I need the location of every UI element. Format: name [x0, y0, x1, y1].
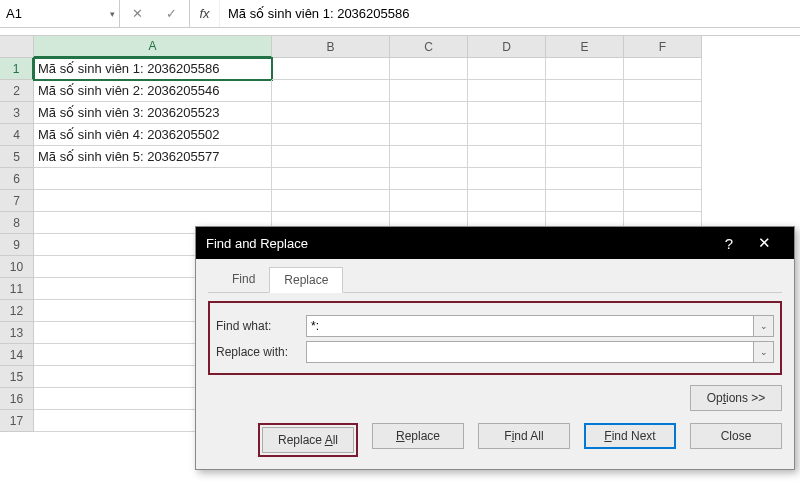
cell-E4[interactable]	[546, 124, 624, 146]
dialog-tabs: Find Replace	[208, 267, 782, 293]
row-header-6[interactable]: 6	[0, 168, 34, 190]
row-header-3[interactable]: 3	[0, 102, 34, 124]
cell-E6[interactable]	[546, 168, 624, 190]
cell-D6[interactable]	[468, 168, 546, 190]
cell-F5[interactable]	[624, 146, 702, 168]
cell-E7[interactable]	[546, 190, 624, 212]
cell-D1[interactable]	[468, 58, 546, 80]
fx-icon[interactable]: fx	[190, 0, 220, 27]
cell-E2[interactable]	[546, 80, 624, 102]
find-next-button[interactable]: Find Next	[584, 423, 676, 449]
tab-replace[interactable]: Replace	[269, 267, 343, 293]
cell-D5[interactable]	[468, 146, 546, 168]
formula-bar-buttons: ✕ ✓	[120, 0, 190, 27]
cell-B3[interactable]	[272, 102, 390, 124]
replace-button[interactable]: Replace	[372, 423, 464, 449]
tab-find[interactable]: Find	[218, 267, 269, 292]
replace-with-input[interactable]	[306, 341, 754, 363]
find-replace-dialog: Find and Replace ? ✕ Find Replace Find w…	[195, 226, 795, 470]
cell-B1[interactable]	[272, 58, 390, 80]
row-header-14[interactable]: 14	[0, 344, 34, 366]
cell-A7[interactable]	[34, 190, 272, 212]
cell-A4[interactable]: Mã số sinh viên 4: 2036205502	[34, 124, 272, 146]
row-header-8[interactable]: 8	[0, 212, 34, 234]
row-header-7[interactable]: 7	[0, 190, 34, 212]
row-header-10[interactable]: 10	[0, 256, 34, 278]
row-header-15[interactable]: 15	[0, 366, 34, 388]
cell-B2[interactable]	[272, 80, 390, 102]
find-replace-fields: Find what: ⌄ Replace with: ⌄	[208, 301, 782, 375]
cell-A2[interactable]: Mã số sinh viên 2: 2036205546	[34, 80, 272, 102]
cell-C1[interactable]	[390, 58, 468, 80]
cell-B5[interactable]	[272, 146, 390, 168]
row-header-9[interactable]: 9	[0, 234, 34, 256]
name-box[interactable]: A1 ▾	[0, 0, 120, 27]
row-header-11[interactable]: 11	[0, 278, 34, 300]
select-all-corner[interactable]	[0, 36, 34, 58]
cell-F2[interactable]	[624, 80, 702, 102]
cell-B7[interactable]	[272, 190, 390, 212]
cell-F7[interactable]	[624, 190, 702, 212]
formula-bar: A1 ▾ ✕ ✓ fx Mã số sinh viên 1: 203620558…	[0, 0, 800, 28]
row-headers: 1234567891011121314151617	[0, 58, 34, 432]
cell-C4[interactable]	[390, 124, 468, 146]
col-header-D[interactable]: D	[468, 36, 546, 58]
cell-B6[interactable]	[272, 168, 390, 190]
cell-E3[interactable]	[546, 102, 624, 124]
col-header-C[interactable]: C	[390, 36, 468, 58]
cell-F3[interactable]	[624, 102, 702, 124]
cell-D4[interactable]	[468, 124, 546, 146]
cell-D7[interactable]	[468, 190, 546, 212]
dialog-titlebar[interactable]: Find and Replace ? ✕	[196, 227, 794, 259]
replace-all-highlight: Replace All	[258, 423, 358, 457]
cell-F6[interactable]	[624, 168, 702, 190]
cell-D3[interactable]	[468, 102, 546, 124]
find-all-button[interactable]: Find All	[478, 423, 570, 449]
row-header-16[interactable]: 16	[0, 388, 34, 410]
row-header-5[interactable]: 5	[0, 146, 34, 168]
row-header-1[interactable]: 1	[0, 58, 34, 80]
formula-value: Mã số sinh viên 1: 2036205586	[228, 6, 409, 21]
row-header-13[interactable]: 13	[0, 322, 34, 344]
cell-E5[interactable]	[546, 146, 624, 168]
cell-A3[interactable]: Mã số sinh viên 3: 2036205523	[34, 102, 272, 124]
cancel-icon[interactable]: ✕	[132, 6, 143, 21]
options-button[interactable]: Options >>	[690, 385, 782, 411]
cell-C5[interactable]	[390, 146, 468, 168]
col-header-B[interactable]: B	[272, 36, 390, 58]
cell-A1[interactable]: Mã số sinh viên 1: 2036205586	[34, 58, 272, 80]
replace-with-dropdown-icon[interactable]: ⌄	[754, 341, 774, 363]
cell-A6[interactable]	[34, 168, 272, 190]
find-what-input[interactable]	[306, 315, 754, 337]
col-header-E[interactable]: E	[546, 36, 624, 58]
row-header-12[interactable]: 12	[0, 300, 34, 322]
cell-F4[interactable]	[624, 124, 702, 146]
replace-with-label: Replace with:	[216, 345, 306, 359]
col-header-F[interactable]: F	[624, 36, 702, 58]
dialog-button-row: Replace All Replace Find All Find Next C…	[208, 423, 782, 457]
row-header-2[interactable]: 2	[0, 80, 34, 102]
dialog-title: Find and Replace	[206, 236, 308, 251]
replace-all-button[interactable]: Replace All	[262, 427, 354, 453]
cell-C7[interactable]	[390, 190, 468, 212]
cell-A5[interactable]: Mã số sinh viên 5: 2036205577	[34, 146, 272, 168]
cell-E1[interactable]	[546, 58, 624, 80]
cell-F1[interactable]	[624, 58, 702, 80]
help-icon[interactable]: ?	[714, 235, 744, 252]
close-icon[interactable]: ✕	[744, 234, 784, 252]
name-box-dropdown-icon[interactable]: ▾	[110, 9, 115, 19]
formula-input[interactable]: Mã số sinh viên 1: 2036205586	[220, 0, 800, 27]
close-button[interactable]: Close	[690, 423, 782, 449]
cell-D2[interactable]	[468, 80, 546, 102]
find-what-dropdown-icon[interactable]: ⌄	[754, 315, 774, 337]
cell-B4[interactable]	[272, 124, 390, 146]
cell-C6[interactable]	[390, 168, 468, 190]
row-header-17[interactable]: 17	[0, 410, 34, 432]
name-box-value: A1	[6, 6, 22, 21]
find-what-label: Find what:	[216, 319, 306, 333]
confirm-icon[interactable]: ✓	[166, 6, 177, 21]
row-header-4[interactable]: 4	[0, 124, 34, 146]
cell-C2[interactable]	[390, 80, 468, 102]
col-header-A[interactable]: A	[34, 36, 272, 58]
cell-C3[interactable]	[390, 102, 468, 124]
